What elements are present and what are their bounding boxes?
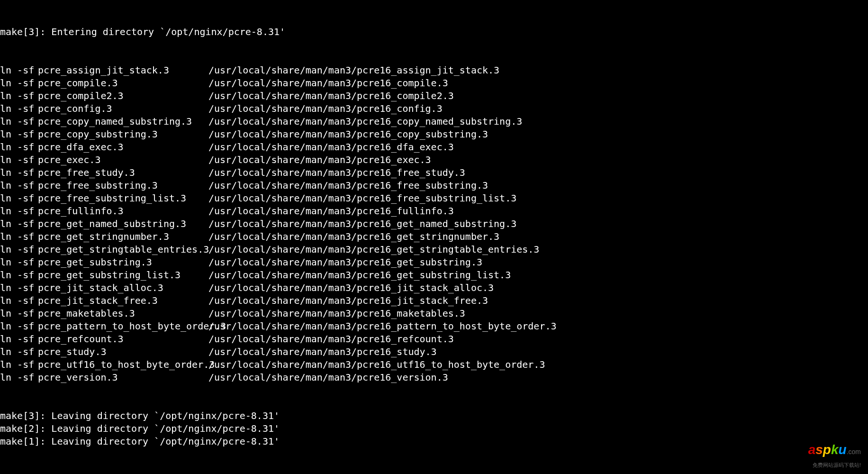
symlink-destination: /usr/local/share/man/man3/pcre16_exec.3 xyxy=(208,154,431,165)
symlink-source: pcre_assign_jit_stack.3 xyxy=(38,64,208,77)
symlink-line: ln -sfpcre_utf16_to_host_byte_order.3/us… xyxy=(0,358,868,371)
symlink-destination: /usr/local/share/man/man3/pcre16_get_nam… xyxy=(208,218,516,229)
symlink-destination: /usr/local/share/man/man3/pcre16_fullinf… xyxy=(208,205,454,217)
ln-command: ln -sf xyxy=(0,205,38,218)
symlink-destination: /usr/local/share/man/man3/pcre16_version… xyxy=(208,372,448,383)
symlink-line: ln -sfpcre_config.3/usr/local/share/man/… xyxy=(0,102,868,115)
symlink-source: pcre_jit_stack_free.3 xyxy=(38,294,208,307)
ln-command: ln -sf xyxy=(0,102,38,115)
symlink-line: ln -sfpcre_jit_stack_alloc.3/usr/local/s… xyxy=(0,282,868,294)
make-leave-lines: make[3]: Leaving directory `/opt/nginx/p… xyxy=(0,410,868,448)
symlink-destination: /usr/local/share/man/man3/pcre16_get_str… xyxy=(208,231,499,242)
ln-command: ln -sf xyxy=(0,307,38,320)
ln-command: ln -sf xyxy=(0,115,38,128)
symlink-line: ln -sfpcre_version.3/usr/local/share/man… xyxy=(0,371,868,384)
symlink-line: ln -sfpcre_pattern_to_host_byte_order.3/… xyxy=(0,320,868,333)
symlink-source: pcre_config.3 xyxy=(38,102,208,115)
watermark-letter-u: u xyxy=(839,442,847,457)
symlink-source: pcre_utf16_to_host_byte_order.3 xyxy=(38,358,208,371)
symlink-destination: /usr/local/share/man/man3/pcre16_pattern… xyxy=(208,320,557,332)
ln-command: ln -sf xyxy=(0,243,38,256)
make-enter-line: make[3]: Entering directory `/opt/nginx/… xyxy=(0,26,868,38)
symlink-destination: /usr/local/share/man/man3/pcre16_maketab… xyxy=(208,308,465,319)
symlink-source: pcre_version.3 xyxy=(38,371,208,384)
symlink-line: ln -sfpcre_compile.3/usr/local/share/man… xyxy=(0,77,868,90)
symlink-destination: /usr/local/share/man/man3/pcre16_get_sub… xyxy=(208,256,482,268)
watermark-subtitle: 免费网站源码下载站! xyxy=(808,459,861,472)
symlink-destination: /usr/local/share/man/man3/pcre16_config.… xyxy=(208,103,443,114)
ln-command: ln -sf xyxy=(0,230,38,243)
symlink-line: ln -sfpcre_get_substring.3/usr/local/sha… xyxy=(0,256,868,269)
symlink-destination: /usr/local/share/man/man3/pcre16_get_sub… xyxy=(208,269,511,281)
ln-command: ln -sf xyxy=(0,218,38,230)
watermark-letter-k: k xyxy=(831,442,839,457)
symlink-destination: /usr/local/share/man/man3/pcre16_copy_su… xyxy=(208,128,488,140)
watermark-logo: aspku.com 免费网站源码下载站! xyxy=(808,443,861,472)
symlink-line: ln -sfpcre_free_substring.3/usr/local/sh… xyxy=(0,179,868,192)
ln-command: ln -sf xyxy=(0,269,38,282)
symlink-source: pcre_copy_substring.3 xyxy=(38,128,208,141)
watermark-domain: .com xyxy=(847,448,861,456)
symlink-source: pcre_free_study.3 xyxy=(38,166,208,179)
symlink-source: pcre_get_named_substring.3 xyxy=(38,218,208,230)
symlink-source: pcre_get_stringnumber.3 xyxy=(38,230,208,243)
symlink-line: ln -sfpcre_fullinfo.3/usr/local/share/ma… xyxy=(0,205,868,218)
symlink-source: pcre_compile2.3 xyxy=(38,90,208,102)
symlink-line: ln -sfpcre_copy_substring.3/usr/local/sh… xyxy=(0,128,868,141)
symlink-destination: /usr/local/share/man/man3/pcre16_copy_na… xyxy=(208,116,522,127)
symlink-destination: /usr/local/share/man/man3/pcre16_dfa_exe… xyxy=(208,141,454,153)
symlink-line: ln -sfpcre_refcount.3/usr/local/share/ma… xyxy=(0,333,868,346)
symlink-line: ln -sfpcre_jit_stack_free.3/usr/local/sh… xyxy=(0,294,868,307)
symlink-source: pcre_dfa_exec.3 xyxy=(38,141,208,154)
terminal-output: make[3]: Entering directory `/opt/nginx/… xyxy=(0,0,868,461)
symlink-destination: /usr/local/share/man/man3/pcre16_compile… xyxy=(208,77,448,89)
symlink-line: ln -sfpcre_assign_jit_stack.3/usr/local/… xyxy=(0,64,868,77)
symlink-destination: /usr/local/share/man/man3/pcre16_free_st… xyxy=(208,167,465,178)
ln-command: ln -sf xyxy=(0,346,38,358)
watermark-letter-p: p xyxy=(823,442,831,457)
symlink-source: pcre_refcount.3 xyxy=(38,333,208,346)
symlink-destination: /usr/local/share/man/man3/pcre16_study.3 xyxy=(208,346,437,357)
symlink-source: pcre_copy_named_substring.3 xyxy=(38,115,208,128)
symlink-destination: /usr/local/share/man/man3/pcre16_get_str… xyxy=(208,244,539,255)
ln-command: ln -sf xyxy=(0,166,38,179)
symlink-source: pcre_compile.3 xyxy=(38,77,208,90)
symlink-line: ln -sfpcre_maketables.3/usr/local/share/… xyxy=(0,307,868,320)
make-leave-line: make[2]: Leaving directory `/opt/nginx/p… xyxy=(0,422,868,435)
symlink-source: pcre_get_stringtable_entries.3 xyxy=(38,243,208,256)
symlink-source: pcre_free_substring_list.3 xyxy=(38,192,208,205)
symlink-line: ln -sfpcre_study.3/usr/local/share/man/m… xyxy=(0,346,868,358)
symlink-destination: /usr/local/share/man/man3/pcre16_jit_sta… xyxy=(208,282,494,293)
symlink-source: pcre_get_substring_list.3 xyxy=(38,269,208,282)
symlink-line: ln -sfpcre_get_stringtable_entries.3/usr… xyxy=(0,243,868,256)
ln-command: ln -sf xyxy=(0,294,38,307)
symlink-line: ln -sfpcre_free_study.3/usr/local/share/… xyxy=(0,166,868,179)
symlink-source: pcre_pattern_to_host_byte_order.3 xyxy=(38,320,208,333)
symlink-source: pcre_fullinfo.3 xyxy=(38,205,208,218)
symlink-destination: /usr/local/share/man/man3/pcre16_compile… xyxy=(208,90,454,101)
ln-command: ln -sf xyxy=(0,154,38,166)
symlink-source: pcre_maketables.3 xyxy=(38,307,208,320)
symlink-line: ln -sfpcre_exec.3/usr/local/share/man/ma… xyxy=(0,154,868,166)
symlink-line: ln -sfpcre_get_substring_list.3/usr/loca… xyxy=(0,269,868,282)
ln-command: ln -sf xyxy=(0,192,38,205)
symlink-destination: /usr/local/share/man/man3/pcre16_refcoun… xyxy=(208,333,454,345)
symlink-source: pcre_jit_stack_alloc.3 xyxy=(38,282,208,294)
symlink-destination: /usr/local/share/man/man3/pcre16_free_su… xyxy=(208,192,516,204)
ln-command: ln -sf xyxy=(0,179,38,192)
watermark-letter-a: a xyxy=(808,442,816,457)
symlink-source: pcre_study.3 xyxy=(38,346,208,358)
ln-command: ln -sf xyxy=(0,141,38,154)
ln-command: ln -sf xyxy=(0,333,38,346)
symlink-line: ln -sfpcre_compile2.3/usr/local/share/ma… xyxy=(0,90,868,102)
symlink-source: pcre_get_substring.3 xyxy=(38,256,208,269)
ln-command: ln -sf xyxy=(0,358,38,371)
ln-command: ln -sf xyxy=(0,128,38,141)
ln-command: ln -sf xyxy=(0,64,38,77)
symlink-line: ln -sfpcre_get_named_substring.3/usr/loc… xyxy=(0,218,868,230)
watermark-letter-s: s xyxy=(815,442,823,457)
make-leave-line: make[1]: Leaving directory `/opt/nginx/p… xyxy=(0,435,868,448)
ln-command: ln -sf xyxy=(0,371,38,384)
make-leave-line: make[3]: Leaving directory `/opt/nginx/p… xyxy=(0,410,868,422)
symlink-line: ln -sfpcre_dfa_exec.3/usr/local/share/ma… xyxy=(0,141,868,154)
